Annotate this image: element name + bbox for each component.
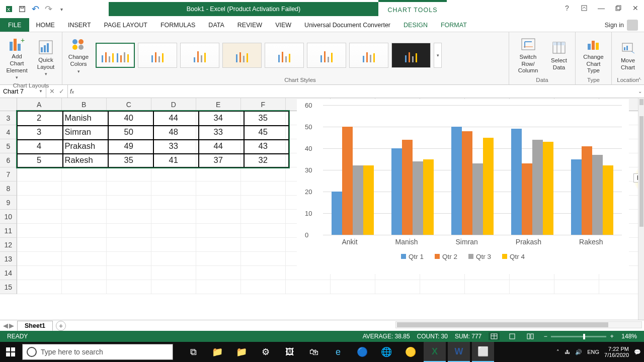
tray-clock[interactable]: 7:22 PM7/16/2020 bbox=[604, 346, 629, 358]
row-header-4[interactable]: 4 bbox=[0, 125, 17, 139]
cell-A10[interactable] bbox=[17, 210, 62, 224]
qat-customize-icon[interactable]: ▾ bbox=[55, 3, 67, 15]
view-page-break-icon[interactable] bbox=[525, 332, 536, 340]
cell-D13[interactable] bbox=[151, 252, 196, 266]
cell-C8[interactable] bbox=[107, 182, 151, 196]
cell-I15[interactable] bbox=[375, 280, 420, 294]
cell-E10[interactable] bbox=[196, 210, 241, 224]
cell-A7[interactable] bbox=[17, 167, 62, 182]
taskbar-edge-icon[interactable]: 🌐 bbox=[375, 342, 397, 362]
cell-F11[interactable] bbox=[241, 224, 286, 238]
chart-bar[interactable] bbox=[532, 140, 543, 235]
cell-D15[interactable] bbox=[151, 280, 196, 294]
cell-B9[interactable] bbox=[62, 196, 107, 210]
cell-B7[interactable] bbox=[62, 167, 107, 182]
tab-formulas[interactable]: FORMULAS bbox=[154, 18, 202, 32]
legend-item[interactable]: Qtr 4 bbox=[502, 253, 525, 260]
cell-H15[interactable] bbox=[331, 280, 375, 294]
column-header-F[interactable]: F bbox=[241, 98, 286, 111]
chart-bar[interactable] bbox=[423, 159, 434, 235]
column-header-A[interactable]: A bbox=[17, 98, 62, 111]
sheet-tab-1[interactable]: Sheet1 bbox=[17, 321, 53, 331]
chart-bar[interactable] bbox=[571, 159, 582, 235]
row-header-5[interactable]: 5 bbox=[0, 139, 17, 153]
taskbar-search[interactable]: Type here to search bbox=[22, 344, 173, 360]
vertical-scroll-thumb[interactable] bbox=[639, 116, 643, 227]
maximize-icon[interactable] bbox=[611, 2, 626, 14]
tab-page-layout[interactable]: PAGE LAYOUT bbox=[98, 18, 154, 32]
tray-volume-icon[interactable]: 🔊 bbox=[575, 349, 582, 355]
redo-icon[interactable]: ↷ bbox=[42, 3, 54, 15]
sheet-nav-next-icon[interactable]: ▶ bbox=[9, 322, 14, 329]
chart-bar[interactable] bbox=[472, 163, 483, 235]
chart-style-6[interactable] bbox=[307, 43, 346, 68]
cell-A11[interactable] bbox=[17, 224, 62, 238]
cell-B12[interactable] bbox=[62, 238, 107, 252]
tray-chevron-icon[interactable]: ˄ bbox=[556, 349, 559, 355]
formula-expand-icon[interactable]: ⌄ bbox=[638, 88, 642, 94]
switch-row-column-button[interactable]: Switch Row/ Column bbox=[513, 35, 543, 75]
chart-bar[interactable] bbox=[592, 155, 603, 235]
cell-E7[interactable] bbox=[196, 167, 241, 182]
help-icon[interactable]: ? bbox=[559, 2, 575, 14]
column-header-D[interactable]: D bbox=[151, 98, 196, 111]
row-header-15[interactable]: 15 bbox=[0, 280, 17, 294]
taskbar-word-icon[interactable]: W bbox=[448, 342, 470, 362]
row-header-14[interactable]: 14 bbox=[0, 266, 17, 280]
zoom-out-icon[interactable]: − bbox=[543, 333, 548, 340]
style-gallery-more[interactable]: ▾ bbox=[434, 43, 442, 68]
cell-B8[interactable] bbox=[62, 182, 107, 196]
cell-B15[interactable] bbox=[62, 280, 107, 294]
chart-bar[interactable] bbox=[332, 192, 342, 235]
chart-bar[interactable] bbox=[413, 161, 423, 235]
start-button[interactable] bbox=[0, 342, 21, 362]
cell-F10[interactable] bbox=[241, 210, 286, 224]
fx-icon[interactable]: fx bbox=[68, 88, 76, 95]
cell-D8[interactable] bbox=[151, 182, 196, 196]
close-icon[interactable]: ✕ bbox=[628, 2, 643, 14]
view-normal-icon[interactable] bbox=[489, 332, 500, 340]
cell-D10[interactable] bbox=[151, 210, 196, 224]
undo-icon[interactable]: ↶ bbox=[29, 3, 41, 15]
cell-A9[interactable] bbox=[17, 196, 62, 210]
signin[interactable]: Sign in bbox=[605, 18, 638, 32]
taskbar-app-3[interactable]: ⚙ bbox=[255, 342, 277, 362]
cell-C7[interactable] bbox=[107, 167, 151, 182]
taskbar-app-6[interactable]: ⬜ bbox=[472, 342, 494, 362]
tray-notifications-icon[interactable]: 💬 bbox=[634, 349, 641, 355]
cell-A15[interactable] bbox=[17, 280, 62, 294]
embedded-chart[interactable]: 0102030405060 AnkitManishSimranPrakashRa… bbox=[297, 99, 629, 274]
cell-A12[interactable] bbox=[17, 238, 62, 252]
column-header-E[interactable]: E bbox=[196, 98, 241, 111]
chart-bar[interactable] bbox=[391, 148, 402, 235]
row-header-10[interactable]: 10 bbox=[0, 210, 17, 224]
cell-F14[interactable] bbox=[241, 266, 286, 280]
formula-input[interactable] bbox=[76, 85, 638, 98]
tab-file[interactable]: FILE bbox=[0, 18, 29, 32]
cell-E14[interactable] bbox=[196, 266, 241, 280]
chart-bar[interactable] bbox=[353, 165, 363, 235]
zoom-in-icon[interactable]: + bbox=[609, 333, 614, 340]
cell-C12[interactable] bbox=[107, 238, 151, 252]
cell-E8[interactable] bbox=[196, 182, 241, 196]
taskbar-app-2[interactable]: 📁 bbox=[230, 342, 253, 362]
add-chart-element-button[interactable]: + Add Chart Element▾ bbox=[4, 34, 30, 81]
sheet-nav-prev-icon[interactable]: ◀ bbox=[3, 322, 8, 329]
chart-bar[interactable] bbox=[451, 127, 462, 235]
row-header-6[interactable]: 6 bbox=[0, 153, 17, 167]
cell-E11[interactable] bbox=[196, 224, 241, 238]
taskbar-app-4[interactable]: 🖼 bbox=[279, 342, 301, 362]
cell-N15[interactable] bbox=[599, 280, 644, 294]
tab-view[interactable]: VIEW bbox=[269, 18, 298, 32]
chart-bar[interactable] bbox=[483, 138, 494, 235]
chart-bar[interactable] bbox=[522, 163, 532, 235]
taskbar-store-icon[interactable]: 🛍 bbox=[303, 342, 325, 362]
chart-bar[interactable] bbox=[402, 140, 413, 235]
chart-bar[interactable] bbox=[342, 127, 353, 235]
cell-D7[interactable] bbox=[151, 167, 196, 182]
row-header-13[interactable]: 13 bbox=[0, 252, 17, 266]
chart-bar[interactable] bbox=[363, 165, 374, 235]
taskbar-app-1[interactable]: 📁 bbox=[206, 342, 228, 362]
tab-review[interactable]: REVIEW bbox=[231, 18, 269, 32]
cell-F7[interactable] bbox=[241, 167, 286, 182]
